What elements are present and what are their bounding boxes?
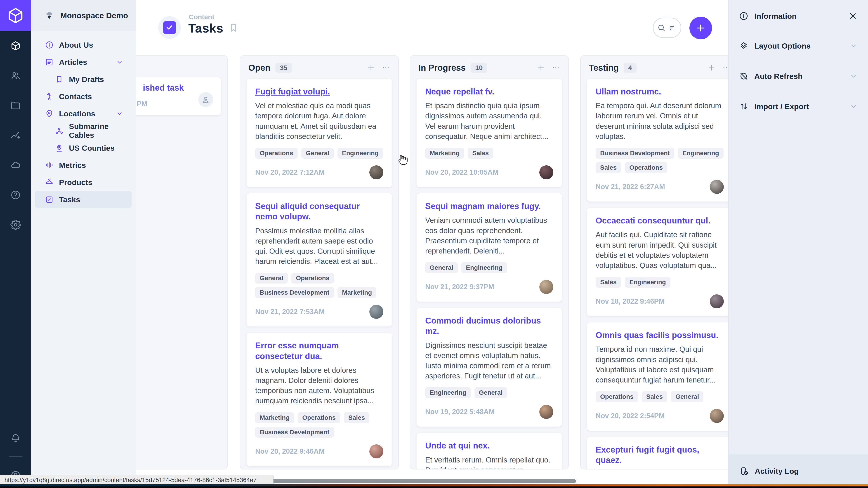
info-icon <box>739 11 748 21</box>
avatar <box>369 165 383 180</box>
more-options-icon[interactable] <box>552 64 560 72</box>
kanban-column-open: Open35Fugit fugiat volupi.Vel et molesti… <box>240 55 399 469</box>
kanban-column-in-progress: In Progress10Neque repellat fv.Et ipsam … <box>410 55 569 469</box>
card-description: Ipsa nemo eos sequi nulla id accusamus n… <box>596 469 724 469</box>
card-title[interactable]: ished task <box>143 83 184 93</box>
sidebar-item-tasks[interactable]: Tasks <box>35 191 131 208</box>
card-title[interactable]: Fugit fugiat volupi. <box>255 87 383 97</box>
card-title[interactable]: Neque repellat fv. <box>425 87 553 97</box>
pin-icon <box>55 144 64 152</box>
card-title[interactable]: Omnis quas facilis possimusu. <box>596 330 724 340</box>
close-icon[interactable] <box>848 11 858 21</box>
drawer-section-layout-options[interactable]: Layout Options <box>728 35 868 57</box>
card-tags: EngineeringGeneral <box>425 387 553 398</box>
docs-module-help-icon[interactable] <box>0 180 31 210</box>
task-card[interactable]: Fugit fugiat volupi.Vel et molestiae qui… <box>247 79 392 187</box>
drawer-title: Information <box>754 12 797 21</box>
sidebar-item-us-counties[interactable]: US Counties <box>35 139 131 157</box>
card-title[interactable]: Occaecati consequuntur qul. <box>596 216 724 226</box>
chevron-down-icon[interactable] <box>116 110 123 118</box>
hanger-icon <box>45 178 54 187</box>
task-card[interactable]: Sequi magnam maiores fugy.Veniam commodi… <box>416 193 562 302</box>
column-count-badge: 35 <box>275 63 292 73</box>
sidebar-item-my-drafts[interactable]: My Drafts <box>35 71 131 88</box>
sidebar-item-metrics[interactable]: Metrics <box>35 157 131 174</box>
status-url: https://y1dv1q8g.directus.app/admin/cont… <box>4 477 256 484</box>
add-card-icon[interactable] <box>707 64 716 72</box>
sidebar-item-label: Locations <box>59 109 95 118</box>
notifications-bell-icon[interactable] <box>0 423 31 453</box>
task-card[interactable]: Sequi aliquid consequatur nemo volupw.Po… <box>247 193 392 326</box>
avatar <box>539 280 553 294</box>
users-module-people-icon[interactable] <box>0 61 31 91</box>
cloud-module-cloud-icon[interactable] <box>0 150 31 180</box>
task-card[interactable]: Occaecati consequuntur qul.Aut facilis q… <box>587 208 733 316</box>
layers-icon <box>739 41 748 51</box>
card-description: Possimus molestiae mollitia alias repreh… <box>255 226 383 267</box>
sidebar-item-contacts[interactable]: Contacts <box>35 88 131 105</box>
card-title[interactable]: Unde at qui nex. <box>425 441 553 451</box>
card-date: Nov 20, 2022 10:05AM <box>425 168 498 176</box>
sidebar-item-label: Products <box>59 178 92 187</box>
settings-module-settings-icon[interactable] <box>0 210 31 240</box>
content-module-cube-icon[interactable] <box>0 31 31 61</box>
more-options-icon[interactable] <box>381 64 390 72</box>
task-card[interactable]: Unde at qui nex.Et veritatis rerum. Omni… <box>416 433 562 469</box>
tag-pill: Operations <box>596 391 638 402</box>
drawer-section-import-export[interactable]: Import / Export <box>728 96 868 117</box>
card-title[interactable]: Excepturi fugit fugit quos, quaez. <box>596 445 724 466</box>
workspace-name: Monospace Demo <box>60 11 128 20</box>
avatar <box>369 445 383 458</box>
sidebar-item-label: Tasks <box>59 195 80 204</box>
bottom-strip <box>0 484 868 486</box>
card-description: Dignissimos nesciunt suscipit beatae et … <box>425 340 553 381</box>
card-title[interactable]: Commodi ducimus doloribus mz. <box>425 316 553 337</box>
card-date: Nov 20, 2022 2:54PM <box>596 412 664 420</box>
bookmark-icon[interactable] <box>228 23 239 33</box>
task-card[interactable]: Omnis quas facilis possimusu.Tempora id … <box>587 322 733 431</box>
sidebar-item-submarine-cables[interactable]: Submarine Cables <box>35 122 131 139</box>
activity-log-button[interactable]: Activity Log <box>728 454 868 488</box>
tag-pill: Operations <box>625 162 667 173</box>
card-title[interactable]: Sequi magnam maiores fugy. <box>425 201 553 212</box>
chevron-down-icon[interactable] <box>116 58 123 66</box>
add-task-button[interactable] <box>689 17 712 39</box>
sidebar-item-about-us[interactable]: About Us <box>35 36 131 54</box>
task-card[interactable]: Ullam nostrumc.Ea tempora qui. Aut deser… <box>587 79 733 201</box>
sidebar-item-label: My Drafts <box>69 75 104 84</box>
insights-module-insights-icon[interactable] <box>0 121 31 150</box>
avatar <box>710 409 724 423</box>
task-card[interactable]: Commodi ducimus doloribus mz.Dignissimos… <box>416 308 562 427</box>
files-module-folder-icon[interactable] <box>0 91 31 121</box>
sidebar-item-label: About Us <box>59 41 93 50</box>
column-title: Open <box>248 63 270 73</box>
task-card[interactable]: Error esse numquam consectetur dua.Ut a … <box>247 333 392 466</box>
filter-icon[interactable] <box>669 24 677 32</box>
add-card-icon[interactable] <box>367 64 375 72</box>
workspace-switcher[interactable]: Monospace Demo <box>31 0 135 31</box>
card-tags: GeneralEngineering <box>425 262 553 273</box>
sidebar-item-articles[interactable]: Articles <box>35 54 131 71</box>
tag-pill: General <box>425 262 458 273</box>
card-date: Nov 20, 2022 9:46AM <box>255 447 324 455</box>
sidebar-item-products[interactable]: Products <box>35 174 131 191</box>
tag-pill: Business Development <box>596 148 674 159</box>
card-description: Tempora id non maxime. Qui qui dignissim… <box>596 344 724 385</box>
tag-pill: Sales <box>596 162 621 173</box>
column-count-badge: 10 <box>471 63 487 73</box>
task-card[interactable]: Neque repellat fv.Et ipsam distinctio qu… <box>416 79 562 187</box>
card-title[interactable]: Ullam nostrumc. <box>596 87 724 97</box>
tag-pill: Engineering <box>338 148 383 159</box>
sidebar-item-locations[interactable]: Locations <box>35 105 131 122</box>
card-tags: SalesEngineering <box>596 277 724 288</box>
card-title[interactable]: Sequi aliquid consequatur nemo volupw. <box>255 201 383 222</box>
directus-logo-icon[interactable] <box>0 0 31 31</box>
tag-pill: Sales <box>596 277 621 288</box>
drawer-section-auto-refresh[interactable]: Auto Refresh <box>728 65 868 87</box>
search-icon[interactable] <box>657 24 666 32</box>
task-card[interactable]: Excepturi fugit fugit quos, quaez.Ipsa n… <box>587 437 733 469</box>
card-date: Nov 18, 2022 9:46PM <box>596 297 664 305</box>
card-title[interactable]: Error esse numquam consectetur dua. <box>255 340 383 361</box>
tag-pill: General <box>301 148 334 159</box>
add-card-icon[interactable] <box>537 64 545 72</box>
